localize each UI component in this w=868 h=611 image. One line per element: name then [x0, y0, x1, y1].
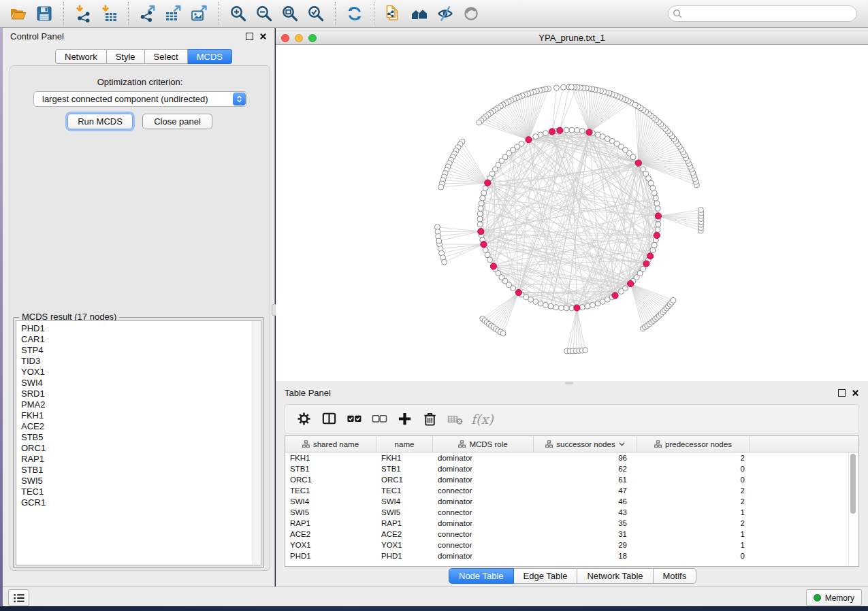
column-header-successor-nodes[interactable]: successor nodes — [534, 436, 637, 452]
toolbar-separator — [219, 2, 219, 25]
tab-node-table[interactable]: Node Table — [449, 568, 514, 584]
import-network-icon[interactable] — [72, 3, 94, 24]
node-table: shared name name MCDS role successor nod… — [285, 435, 859, 567]
optimization-criterion-select[interactable]: largest connected component (undirected) — [33, 91, 247, 107]
add-row-icon[interactable] — [393, 408, 416, 430]
apply-layout-icon[interactable] — [344, 3, 366, 24]
column-header-mcds-role[interactable]: MCDS role — [433, 436, 534, 452]
main-toolbar — [0, 0, 868, 28]
save-session-icon[interactable] — [33, 3, 55, 24]
mcds-result-list[interactable]: PHD1CAR1STP4TID3YOX1SWI4SRD1PMA2FKH1ACE2… — [16, 320, 261, 565]
birds-eye-view-icon[interactable] — [460, 3, 482, 24]
float-panel-icon[interactable] — [246, 33, 253, 40]
select-all-icon[interactable] — [342, 408, 366, 430]
table-cell: 31 — [534, 530, 637, 538]
search-input[interactable] — [686, 8, 852, 19]
toggle-graphics-details-icon[interactable] — [434, 3, 456, 24]
show-columns-icon[interactable] — [317, 408, 340, 430]
column-label: MCDS role — [469, 440, 507, 448]
show-log-console-button[interactable] — [8, 589, 29, 606]
table-cell: 29 — [534, 541, 637, 549]
tab-network-table[interactable]: Network Table — [577, 568, 653, 584]
close-panel-button[interactable]: Close panel — [142, 114, 212, 129]
table-scrollbar[interactable] — [848, 452, 858, 565]
toolbar-separator — [374, 2, 374, 25]
close-panel-icon[interactable] — [259, 33, 267, 40]
table-row[interactable]: SWI4SWI4dominator462 — [285, 496, 858, 507]
toolbar-separator — [335, 2, 336, 25]
float-table-panel-icon[interactable] — [838, 389, 846, 397]
memory-button[interactable]: Memory — [806, 589, 862, 606]
tab-mcds[interactable]: MCDS — [188, 49, 232, 64]
column-header-predecessor-nodes[interactable]: predecessor nodes — [637, 436, 750, 452]
mcds-result-item[interactable]: PMA2 — [21, 399, 261, 410]
table-row[interactable]: FKH1FKH1dominator962 — [285, 452, 858, 463]
memory-status-dot-icon — [814, 594, 821, 601]
mcds-result-item[interactable]: STB1 — [21, 465, 261, 476]
table-row[interactable]: STB1STB1dominator620 — [285, 463, 858, 474]
network-from-document-icon[interactable] — [383, 3, 404, 24]
table-row[interactable]: PHD1PHD1dominator180 — [285, 550, 858, 561]
zoom-out-icon[interactable] — [253, 3, 275, 24]
mcds-result-item[interactable]: PHD1 — [21, 323, 261, 334]
delete-table-icon[interactable] — [443, 408, 466, 430]
table-cell: SWI5 — [285, 508, 376, 516]
mcds-result-item[interactable]: RAP1 — [21, 454, 261, 465]
deselect-all-icon[interactable] — [368, 408, 391, 430]
mcds-result-item[interactable]: SWI5 — [21, 476, 261, 486]
column-label: successor nodes — [556, 440, 615, 448]
table-row[interactable]: TEC1TEC1connector472 — [285, 485, 858, 496]
column-header-name[interactable]: name — [376, 436, 433, 452]
network-graph[interactable] — [276, 45, 868, 381]
mcds-result-item[interactable]: ACE2 — [21, 421, 261, 432]
control-panel-tabs: Network Style Select MCDS — [55, 49, 232, 64]
tab-style[interactable]: Style — [107, 49, 145, 64]
table-cell: dominator — [433, 552, 534, 560]
export-table-icon[interactable] — [163, 3, 184, 24]
table-cell: TEC1 — [376, 486, 433, 495]
mcds-result-item[interactable]: ORC1 — [21, 443, 261, 454]
mcds-result-item[interactable]: YOX1 — [21, 367, 261, 378]
table-cell: 18 — [534, 552, 637, 560]
table-row[interactable]: RAP1RAP1dominator352 — [285, 518, 858, 529]
table-row[interactable]: YOX1YOX1connector291 — [285, 540, 858, 550]
table-cell: ACE2 — [285, 530, 376, 538]
import-table-icon[interactable] — [98, 3, 120, 24]
zoom-selected-icon[interactable] — [305, 3, 327, 24]
tab-motifs[interactable]: Motifs — [654, 568, 697, 584]
mcds-result-item[interactable]: STP4 — [21, 345, 261, 356]
zoom-in-icon[interactable] — [227, 3, 249, 24]
network-canvas[interactable] — [276, 45, 868, 381]
table-body: FKH1FKH1dominator962STB1STB1dominator620… — [285, 452, 858, 561]
open-file-icon[interactable] — [7, 3, 29, 24]
tab-edge-table[interactable]: Edge Table — [514, 568, 578, 584]
close-table-panel-icon[interactable] — [852, 389, 859, 397]
column-header-shared-name[interactable]: shared name — [285, 436, 376, 452]
mcds-result-item[interactable]: TID3 — [21, 356, 261, 367]
table-row[interactable]: SWI5SWI5connector431 — [285, 507, 858, 518]
mcds-result-item[interactable]: GCR1 — [21, 497, 261, 508]
mcds-result-item[interactable]: CAR1 — [21, 334, 261, 345]
mcds-result-item[interactable]: SRD1 — [21, 389, 261, 399]
export-network-icon[interactable] — [137, 3, 159, 24]
table-cell: 2 — [637, 519, 750, 527]
zoom-fit-icon[interactable] — [279, 3, 301, 24]
run-mcds-button[interactable]: Run MCDS — [67, 114, 133, 129]
mcds-list-scrollbar[interactable] — [253, 321, 261, 565]
table-row[interactable]: ACE2ACE2connector311 — [285, 529, 858, 540]
table-scrollbar-thumb[interactable] — [850, 454, 856, 514]
tab-select[interactable]: Select — [145, 49, 188, 64]
search-field[interactable] — [668, 5, 857, 22]
mcds-result-item[interactable]: STB5 — [21, 432, 261, 443]
home-icon[interactable] — [408, 3, 430, 24]
mcds-result-item[interactable]: FKH1 — [21, 410, 261, 421]
mcds-result-item[interactable]: SWI4 — [21, 378, 261, 389]
export-image-icon[interactable] — [189, 3, 210, 24]
function-builder-icon[interactable]: f(x) — [471, 412, 494, 427]
table-cell: 1 — [637, 541, 750, 549]
mcds-result-item[interactable]: TEC1 — [21, 486, 261, 497]
table-options-gear-icon[interactable] — [292, 408, 315, 430]
delete-rows-icon[interactable] — [418, 408, 441, 430]
tab-network[interactable]: Network — [55, 49, 107, 64]
table-row[interactable]: ORC1ORC1dominator610 — [285, 474, 858, 485]
